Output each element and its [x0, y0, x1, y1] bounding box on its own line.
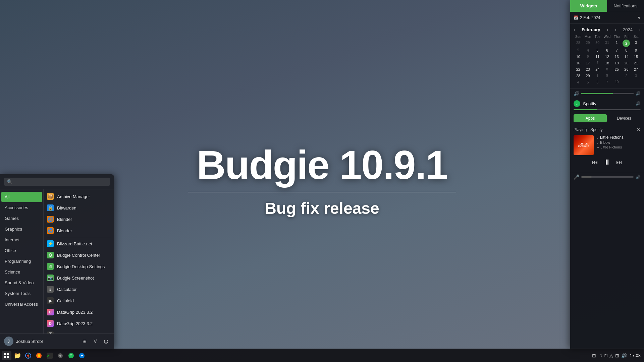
v-button[interactable]: V [91, 337, 99, 345]
cal-day-feb28[interactable]: 28 [574, 73, 583, 79]
cal-day-feb20[interactable]: 20 [622, 60, 631, 66]
cal-day-mar1[interactable]: 1 [593, 73, 602, 79]
category-office[interactable]: Office [1, 245, 42, 256]
tray-volume-icon[interactable]: 🔊 [621, 353, 627, 358]
category-games[interactable]: Games [1, 213, 42, 224]
app-item-budgie-control[interactable]: ⚙ Budgie Control Center [44, 249, 114, 261]
cal-day-mar3[interactable]: 3 [631, 73, 641, 79]
music-close-button[interactable]: ✕ [637, 127, 641, 132]
taskbar-spotify-icon[interactable] [66, 351, 76, 360]
category-science[interactable]: Science [1, 267, 42, 277]
app-item-budgie-desktop-settings[interactable]: 🖥 Budgie Desktop Settings [44, 261, 114, 272]
cal-day-mar7[interactable]: 7 [602, 79, 612, 85]
app-item-dbeaver[interactable]: 🗄 DBeaver CE [44, 329, 114, 334]
cal-day-feb13[interactable]: 13 [612, 54, 622, 60]
taskbar-files-icon[interactable]: 📁 [13, 351, 22, 360]
category-sound-video[interactable]: Sound & Video [1, 278, 42, 288]
app-item-blender-1[interactable]: 🌀 Blender [44, 214, 114, 225]
category-system-tools[interactable]: System Tools [1, 288, 42, 299]
cal-day-feb25[interactable]: 25 [612, 66, 622, 72]
tray-triangle-icon[interactable]: △ [609, 353, 613, 358]
prev-track-button[interactable]: ⏮ [592, 159, 598, 166]
app-item-archive-manager[interactable]: 📦 Archive Manager [44, 191, 114, 202]
raven-tab-notifications[interactable]: Notifications [607, 0, 644, 12]
category-programming[interactable]: Programming [1, 256, 42, 266]
category-internet[interactable]: Internet [1, 235, 42, 245]
next-track-button[interactable]: ⏭ [616, 159, 622, 166]
cal-day-jan30[interactable]: 30 [593, 40, 602, 47]
cal-day-mar5[interactable]: 5 [583, 79, 593, 85]
cal-day-mar6[interactable]: 6 [593, 79, 602, 85]
taskbar-edge-icon[interactable] [77, 351, 87, 360]
tray-bluetooth-icon[interactable]: ⊞ [615, 353, 619, 358]
app-item-calculator[interactable]: # Calculator [44, 284, 114, 295]
cal-day-feb4[interactable]: 4 [583, 47, 593, 53]
cal-day-feb19[interactable]: 19 [612, 60, 622, 66]
app-item-datagrip-2[interactable]: D DataGrip 2023.3.2 [44, 318, 114, 329]
cal-day-feb2[interactable]: 2 [623, 40, 630, 47]
taskbar-firefox-icon[interactable] [34, 351, 44, 360]
app-menu-button[interactable] [2, 351, 11, 360]
cal-day-feb11[interactable]: 11 [593, 54, 602, 60]
calendar-expand-icon[interactable]: ∨ [638, 15, 641, 20]
play-pause-button[interactable]: ⏸ [603, 158, 611, 167]
category-all[interactable]: All [1, 192, 42, 202]
cal-day-feb27[interactable]: 27 [631, 66, 641, 72]
cal-day-feb1[interactable]: 1 [612, 40, 622, 47]
category-universal-access[interactable]: Universal Access [1, 299, 42, 309]
tray-fi-label[interactable]: FI [604, 354, 608, 358]
calendar-prev-btn[interactable]: ‹ [574, 27, 575, 32]
tray-windows-icon[interactable]: ⊞ [592, 353, 596, 358]
app-icon-blender-2: 🌀 [47, 227, 54, 234]
app-item-blender-2[interactable]: 🌀 Blender [44, 225, 114, 236]
raven-sub-tab-devices[interactable]: Devices [607, 114, 641, 122]
tray-moon-icon[interactable]: ☽ [598, 353, 602, 358]
cal-day-feb29[interactable]: 29 [583, 73, 593, 79]
calendar-next-btn[interactable]: › [607, 27, 608, 32]
taskbar-settings-icon[interactable] [56, 351, 65, 360]
volume-slider[interactable] [581, 93, 634, 94]
cal-day-jan29[interactable]: 29 [583, 40, 593, 47]
category-graphics[interactable]: Graphics [1, 224, 42, 234]
cal-day-mar-w9[interactable] [612, 73, 622, 79]
cal-day-feb3[interactable]: 3 [631, 40, 641, 47]
cal-day-feb7[interactable]: 7 [612, 47, 622, 53]
app-item-celluloid[interactable]: ▶ Celluloid [44, 295, 114, 306]
cal-day-feb24[interactable]: 24 [593, 66, 602, 72]
app-item-bitwarden[interactable]: 🔒 Bitwarden [44, 202, 114, 214]
cal-day-feb23[interactable]: 23 [583, 66, 593, 72]
spotify-volume-bar[interactable] [574, 109, 641, 110]
category-accessories[interactable]: Accessories [1, 202, 42, 213]
calendar-prev-year-btn[interactable]: ‹ [615, 27, 616, 32]
cal-day-mar2[interactable]: 2 [622, 73, 631, 79]
app-item-datagrip-1[interactable]: D DataGrip 2023.3.2 [44, 306, 114, 318]
cal-day-feb18[interactable]: 18 [602, 60, 612, 66]
cal-day-feb22[interactable]: 22 [574, 66, 583, 72]
calendar-next-year-btn[interactable]: › [639, 27, 641, 32]
cal-day-feb16[interactable]: 16 [574, 60, 583, 66]
raven-tab-widgets[interactable]: Widgets [570, 0, 607, 12]
taskbar-terminal-icon[interactable]: >_ [45, 351, 54, 360]
cal-day-feb17[interactable]: 17 [583, 60, 593, 66]
cal-day-jan28[interactable]: 28 [574, 40, 583, 47]
cal-day-feb10[interactable]: 10 [574, 54, 583, 60]
cal-day-feb8[interactable]: 8 [622, 47, 631, 53]
cal-day-feb9[interactable]: 9 [631, 47, 641, 53]
search-input[interactable] [14, 179, 107, 184]
cal-day-feb14[interactable]: 14 [622, 54, 631, 60]
power-button[interactable]: ⏻ [102, 337, 110, 345]
cal-day-mar4[interactable]: 4 [574, 79, 583, 85]
cal-day-feb12[interactable]: 12 [602, 54, 612, 60]
cal-day-feb6[interactable]: 6 [602, 47, 612, 53]
taskbar-chromium-icon[interactable] [23, 351, 33, 360]
cal-day-jan31[interactable]: 31 [602, 40, 612, 47]
app-item-blizzard[interactable]: ⚡ Blizzard Battle.net [44, 238, 114, 249]
cal-day-feb21[interactable]: 21 [631, 60, 641, 66]
screen-button[interactable]: ⊞ [80, 337, 89, 345]
raven-sub-tab-apps[interactable]: Apps [574, 114, 607, 122]
cal-day-feb26[interactable]: 26 [622, 66, 631, 72]
cal-day-feb15[interactable]: 15 [631, 54, 641, 60]
cal-day-feb5[interactable]: 5 [593, 47, 602, 53]
mic-slider[interactable] [581, 176, 634, 178]
app-item-budgie-screenshot[interactable]: 📷 Budgie Screenshot [44, 272, 114, 284]
